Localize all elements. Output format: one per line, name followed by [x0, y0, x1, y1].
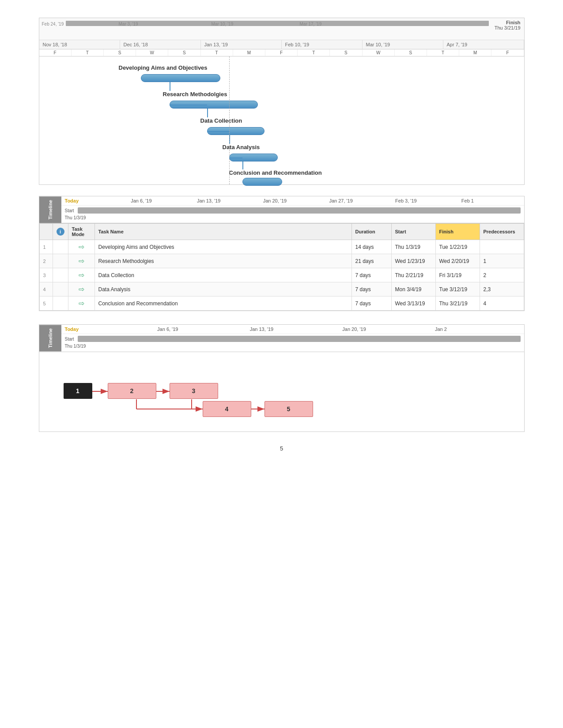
day-f2: F [265, 49, 298, 56]
network-timeline-header: Timeline Today Jan 6, '19 Jan 13, '19 Ja… [39, 325, 524, 352]
network-jan2-end: Jan 2 [431, 326, 524, 332]
table-row: 3 ⇨ Data Collection 7 days Thu 2/21/19 F… [39, 268, 524, 282]
row-pred-2: 1 [480, 254, 524, 268]
row-pred-4: 2,3 [480, 282, 524, 296]
day-s2: S [168, 49, 200, 56]
timeline-feb-end: Feb 1 [458, 198, 524, 203]
row-finish-5: Thu 3/21/19 [435, 296, 480, 311]
page-content: Finish Thu 3/21/19 Feb 24, '19 Mar 3, '1… [39, 18, 525, 452]
gantt-date-feb: Feb 24, '19 [39, 22, 64, 26]
gantt-date-mar10: Mar 10, '19 [212, 22, 234, 26]
connector-2-3-v [207, 109, 208, 117]
row-pred-5: 4 [480, 296, 524, 311]
row-taskname-5: Conclusion and Recommendation [94, 296, 351, 311]
finish-label: Finish Thu 3/21/19 [495, 20, 521, 30]
col-header-empty [39, 224, 53, 240]
row-start-5: Wed 3/13/19 [391, 296, 435, 311]
row-finish-2: Wed 2/20/19 [435, 254, 480, 268]
task3-label: Data Collection [200, 117, 242, 124]
task5-bar [242, 178, 282, 186]
row-info-1 [53, 240, 68, 254]
day-t2: T [201, 49, 233, 56]
row-info-2 [53, 254, 68, 268]
row-info-4 [53, 282, 68, 296]
page-number: 5 [39, 445, 525, 452]
timeline-content: Today Jan 6, '19 Jan 13, '19 Jan 20, '19… [61, 196, 524, 223]
day-s1: S [104, 49, 136, 56]
day-m1: M [233, 49, 265, 56]
task-table: i Task Mode Task Name Duration Start Fin… [39, 223, 524, 311]
day-w1: W [136, 49, 168, 56]
month-mar10: Mar 10, '19 [363, 40, 443, 49]
row-mode-2: ⇨ [68, 254, 94, 268]
row-start-1: Thu 1/3/19 [391, 240, 435, 254]
day-headers-row: F T S W S T M F T S W S T M F [39, 49, 524, 56]
task4-label: Data Analysis [223, 144, 260, 150]
row-taskname-2: Research Methodolgies [94, 254, 351, 268]
timeline-jan13: Jan 13, '19 [193, 198, 260, 203]
day-f3: F [491, 49, 524, 56]
row-num-2: 2 [39, 254, 53, 268]
network-start-date: Thu 1/3/19 [61, 344, 524, 350]
row-mode-5: ⇨ [68, 296, 94, 311]
network-timeline-content: Today Jan 6, '19 Jan 13, '19 Jan 20, '19… [61, 325, 524, 351]
row-start-4: Mon 3/4/19 [391, 282, 435, 296]
row-num-3: 3 [39, 268, 53, 282]
row-finish-3: Fri 3/1/19 [435, 268, 480, 282]
network-start-label: Start [65, 337, 74, 341]
day-f1: F [39, 49, 72, 56]
row-duration-3: 7 days [351, 268, 391, 282]
row-mode-1: ⇨ [68, 240, 94, 254]
task-mode-icon-3: ⇨ [72, 271, 91, 279]
col-header-info: i [53, 224, 68, 240]
table-row: 2 ⇨ Research Methodolgies 21 days Wed 1/… [39, 254, 524, 268]
col-header-task-mode: Task Mode [68, 224, 94, 240]
row-finish-1: Tue 1/22/19 [435, 240, 480, 254]
month-apr7: Apr 7, '19 [443, 40, 524, 49]
h-connector-1 [170, 105, 207, 105]
task1-label: Developing Aims and Objectives [119, 64, 208, 71]
row-pred-3: 2 [480, 268, 524, 282]
month-nov: Nov 18, '18 [39, 40, 120, 49]
network-today: Today [61, 326, 154, 332]
day-w2: W [363, 49, 395, 56]
timeline-jan27: Jan 27, '19 [325, 198, 392, 203]
timeline-dates-row: Today Jan 6, '19 Jan 13, '19 Jan 20, '19… [61, 196, 524, 206]
row-pred-1 [480, 240, 524, 254]
table-row: 4 ⇨ Data Analysis 7 days Mon 3/4/19 Tue … [39, 282, 524, 296]
row-duration-5: 7 days [351, 296, 391, 311]
network-jan20: Jan 20, '19 [339, 326, 431, 332]
network-section: Timeline Today Jan 6, '19 Jan 13, '19 Ja… [39, 324, 525, 432]
col-header-duration: Duration [351, 224, 391, 240]
timeline-header: Timeline Today Jan 6, '19 Jan 13, '19 Ja… [39, 196, 524, 223]
table-row: 1 ⇨ Developing Aims and Objectives 14 da… [39, 240, 524, 254]
row-num-4: 4 [39, 282, 53, 296]
task-mode-icon-5: ⇨ [72, 299, 91, 308]
timeline-bar-row: Start [61, 206, 524, 215]
timeline-today: Today [61, 198, 128, 203]
row-info-3 [53, 268, 68, 282]
task-mode-icon-4: ⇨ [72, 285, 91, 293]
task1-bar [141, 74, 220, 82]
timeline-feb3: Feb 3, '19 [392, 198, 458, 203]
gantt-dashed-line [229, 56, 230, 184]
table-header-row: i Task Mode Task Name Duration Start Fin… [39, 224, 524, 240]
network-dates-row: Today Jan 6, '19 Jan 13, '19 Jan 20, '19… [61, 325, 524, 334]
row-mode-4: ⇨ [68, 282, 94, 296]
network-timeline-label: Timeline [39, 325, 61, 351]
day-s3: S [330, 49, 362, 56]
timeline-label: Timeline [39, 196, 61, 223]
row-num-5: 5 [39, 296, 53, 311]
network-jan13: Jan 13, '19 [246, 326, 339, 332]
row-num-1: 1 [39, 240, 53, 254]
network-node-3: 3 [170, 383, 218, 399]
gantt-date-mar17: Mar 17, '19 [300, 22, 322, 26]
row-taskname-3: Data Collection [94, 268, 351, 282]
day-s4: S [395, 49, 427, 56]
col-header-start: Start [391, 224, 435, 240]
task-mode-icon-2: ⇨ [72, 257, 91, 265]
day-t1: T [72, 49, 104, 56]
gantt-visual-body: Developing Aims and Objectives Research … [39, 56, 524, 184]
timeline-progress-bar [78, 207, 521, 214]
row-start-3: Thu 2/21/19 [391, 268, 435, 282]
